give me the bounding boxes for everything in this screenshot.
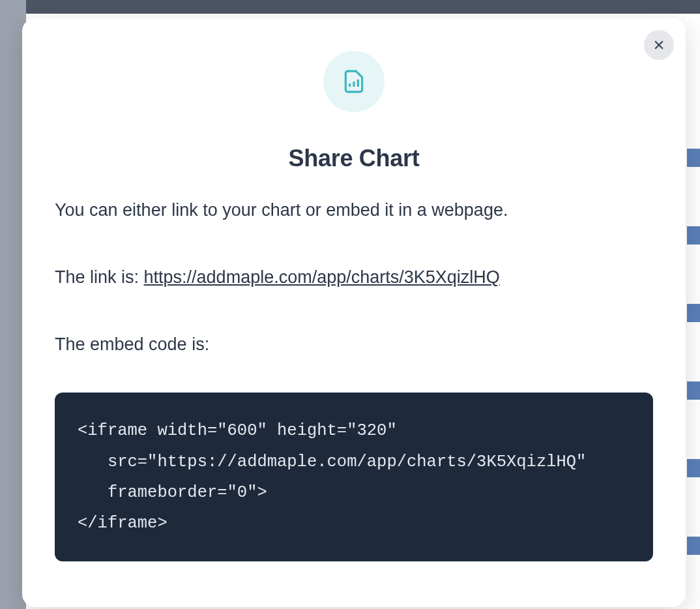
close-icon <box>652 38 665 52</box>
chart-icon-circle <box>323 51 385 112</box>
modal-overlay[interactable]: Share Chart You can either link to your … <box>0 0 700 609</box>
chart-link[interactable]: https://addmaple.com/app/charts/3K5Xqizl… <box>144 267 500 287</box>
chart-file-icon <box>342 69 366 94</box>
modal-description: You can either link to your chart or emb… <box>55 198 653 223</box>
share-chart-modal: Share Chart You can either link to your … <box>22 18 686 607</box>
modal-title: Share Chart <box>55 145 653 172</box>
embed-label: The embed code is: <box>55 333 653 357</box>
close-button[interactable] <box>644 30 674 60</box>
modal-link-row: The link is: https://addmaple.com/app/ch… <box>55 265 653 290</box>
embed-code-block[interactable]: <iframe width="600" height="320" src="ht… <box>55 393 653 561</box>
link-label: The link is: <box>55 267 144 287</box>
